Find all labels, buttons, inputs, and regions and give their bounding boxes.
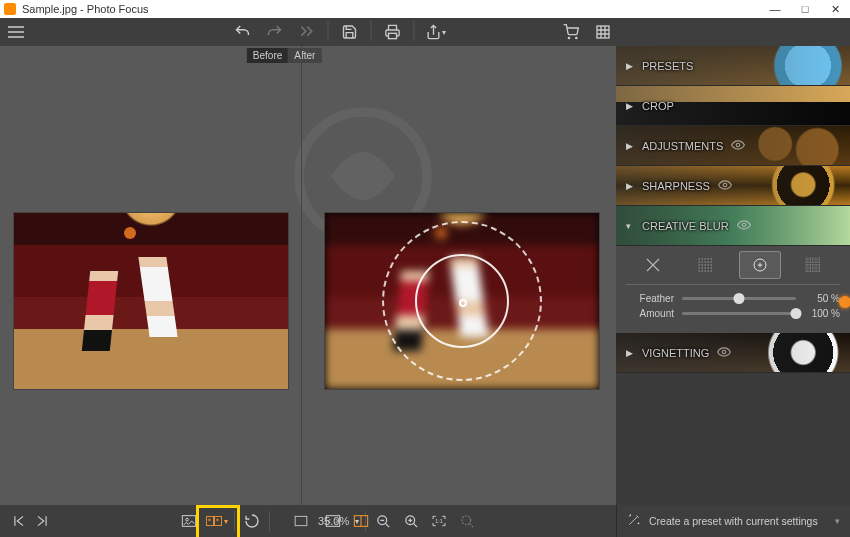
player-red	[82, 271, 118, 351]
creative-blur-panel: Feather 50 % Amount 100 %	[616, 246, 850, 333]
feather-label: Feather	[626, 293, 674, 304]
zoom-100-button[interactable]: 1:1	[428, 510, 450, 532]
svg-point-20	[462, 515, 471, 524]
svg-text:1:1: 1:1	[435, 518, 442, 524]
amount-label: Amount	[626, 308, 674, 319]
amount-value: 100 %	[804, 308, 840, 319]
blur-mode-none[interactable]	[633, 252, 673, 278]
accordion-label: Presets	[642, 60, 693, 72]
accordion-creative-blur[interactable]: ▾ Creative Blur	[616, 206, 850, 246]
preset-bar[interactable]: Create a preset with current settings ▾	[616, 505, 850, 537]
after-image[interactable]	[325, 213, 599, 389]
chevron-right-icon: ▶	[626, 181, 634, 191]
tab-after[interactable]: After	[288, 48, 321, 63]
svg-point-7	[742, 223, 746, 227]
undo-button[interactable]	[232, 21, 254, 43]
eye-icon[interactable]	[737, 220, 751, 232]
redo-button[interactable]	[264, 21, 286, 43]
chevron-right-icon: ▶	[626, 141, 634, 151]
app-icon	[4, 3, 16, 15]
blur-mode-radial[interactable]	[740, 252, 780, 278]
feather-slider[interactable]	[682, 297, 796, 300]
svg-rect-16	[295, 516, 307, 525]
accordion-adjustments[interactable]: ▶ Adjustments	[616, 126, 850, 166]
fit-compare-button[interactable]	[350, 510, 372, 532]
rotate-button[interactable]	[241, 510, 263, 532]
window-title: Sample.jpg - Photo Focus	[22, 3, 149, 15]
svg-point-9	[722, 350, 726, 354]
zoom-in-button[interactable]	[400, 510, 422, 532]
accordion-vignetting[interactable]: ▶ Vignetting	[616, 333, 850, 373]
chevron-right-icon: ▶	[626, 348, 634, 358]
feather-value: 50 %	[804, 293, 840, 304]
grid-button[interactable]	[592, 21, 614, 43]
prev-image-button[interactable]	[10, 510, 27, 532]
menu-button[interactable]	[0, 21, 32, 43]
compare-view-button[interactable]: ▾	[206, 510, 228, 532]
accordion-label: Crop	[642, 100, 674, 112]
preset-bar-label: Create a preset with current settings	[649, 515, 818, 527]
close-button[interactable]: ✕	[820, 0, 850, 18]
slider-thumb[interactable]	[791, 308, 802, 319]
ball-icon	[124, 227, 136, 239]
titlebar: Sample.jpg - Photo Focus — □ ✕	[0, 0, 850, 18]
before-image[interactable]	[14, 213, 288, 389]
blur-mode-linear[interactable]	[686, 252, 726, 278]
svg-point-5	[737, 143, 741, 147]
split-divider[interactable]	[301, 46, 302, 505]
tab-before[interactable]: Before	[247, 48, 288, 63]
accordion-sharpness[interactable]: ▶ Sharpness	[616, 166, 850, 206]
maximize-button[interactable]: □	[790, 0, 820, 18]
panel-collapse-handle[interactable]	[839, 296, 850, 308]
accordion-presets[interactable]: ▶ Presets	[616, 46, 850, 86]
svg-point-2	[576, 37, 577, 38]
amount-slider[interactable]	[682, 312, 796, 315]
player-white	[138, 257, 177, 337]
canvas-area: Before After	[0, 46, 616, 505]
cart-button[interactable]	[560, 21, 582, 43]
accordion-label: Creative Blur	[642, 220, 729, 232]
svg-rect-3	[597, 26, 609, 38]
toolbar: ▾	[0, 18, 850, 46]
svg-point-6	[723, 183, 727, 187]
next-image-button[interactable]	[33, 510, 50, 532]
bottombar: ▾ 35.0% ▾ 1:1	[0, 505, 616, 537]
zoom-selection-button[interactable]	[456, 510, 478, 532]
accordion-label: Sharpness	[642, 180, 710, 192]
single-view-button[interactable]	[178, 510, 200, 532]
svg-point-15	[217, 519, 219, 521]
eye-icon[interactable]	[731, 140, 745, 152]
slider-thumb[interactable]	[734, 293, 745, 304]
eye-icon[interactable]	[718, 180, 732, 192]
blur-mode-grid[interactable]	[793, 252, 833, 278]
fit-screen-button[interactable]	[322, 510, 344, 532]
svg-point-11	[186, 518, 189, 521]
redo-forward-button[interactable]	[296, 21, 318, 43]
accordion-label: Adjustments	[642, 140, 723, 152]
share-button[interactable]: ▾	[425, 21, 447, 43]
side-panel: ▶ Presets ▶ Crop ▶ Adjustments ▶ Sharpne…	[616, 46, 850, 505]
minimize-button[interactable]: —	[760, 0, 790, 18]
print-button[interactable]	[382, 21, 404, 43]
zoom-out-button[interactable]	[372, 510, 394, 532]
zoom-fit-icon	[290, 510, 312, 532]
svg-rect-0	[389, 33, 397, 38]
chevron-right-icon: ▶	[626, 61, 634, 71]
svg-point-1	[568, 37, 569, 38]
eye-icon[interactable]	[717, 347, 731, 359]
chevron-down-icon[interactable]: ▾	[835, 516, 840, 526]
accordion-crop[interactable]: ▶ Crop	[616, 86, 850, 126]
wand-icon	[627, 513, 641, 529]
accordion-label: Vignetting	[642, 347, 709, 359]
svg-point-14	[209, 519, 211, 521]
save-button[interactable]	[339, 21, 361, 43]
chevron-right-icon: ▶	[626, 101, 634, 111]
chevron-down-icon: ▾	[626, 221, 634, 231]
